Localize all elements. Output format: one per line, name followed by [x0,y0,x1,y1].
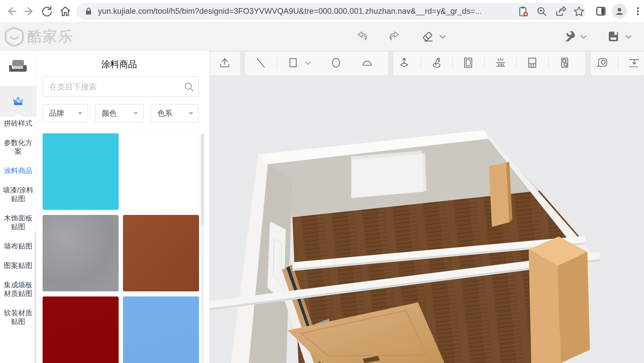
wrench-icon[interactable] [563,30,577,43]
wardrobe-side[interactable] [558,252,590,363]
back-icon[interactable] [4,4,19,19]
toolbar-divider [452,56,453,69]
url-text: yun.kujiale.com/tool/h5/bim?designid=3FO… [98,7,482,16]
share-icon[interactable] [555,6,566,17]
swatch-blue-paint[interactable] [123,296,199,363]
filter-dropdown-1[interactable]: 颜色 [95,104,144,123]
ellipse-tool-icon[interactable] [330,57,342,69]
lock-icon [84,7,93,16]
sidebar-item-6[interactable]: 图案贴图 [0,261,36,270]
save-dropdown-chevron[interactable] [625,35,632,39]
chevron-down-icon [189,112,193,115]
home-icon[interactable] [58,4,73,19]
vip-crown-icon [12,95,24,107]
rotate-tool-icon[interactable] [431,57,443,69]
sidebar-item-5[interactable]: 墙布贴图 [0,242,36,251]
line-tool-icon[interactable] [255,57,267,69]
chevron-down-icon [78,112,82,115]
toolbar-divider [516,56,517,69]
vip-section[interactable] [0,86,36,117]
rectangle-tool-chevron[interactable] [305,61,311,65]
logo-text: 酷家乐 [28,27,73,46]
room-3d-view [209,76,644,363]
search-icon[interactable] [184,82,194,92]
filter-label: 色系 [157,108,172,119]
extrude-move-tool-icon[interactable] [398,57,410,69]
panel-scrollbar[interactable] [201,134,204,363]
address-bar[interactable]: yun.kujiale.com/tool/h5/bim?designid=3FO… [77,3,586,20]
wrench-dropdown-chevron[interactable] [580,35,587,39]
upload-tool-icon[interactable] [219,57,231,69]
refresh-icon[interactable] [39,4,55,19]
app-header: 酷家乐 [0,23,644,51]
toolbar-divider [277,56,277,69]
rectangle-tool-icon[interactable] [287,57,299,69]
swatch-grid [43,133,200,363]
drop-to-floor-tool-icon[interactable] [628,57,640,69]
canvas-toolbar [209,51,644,76]
panel-title: 涂料商品 [36,58,202,70]
panel-scrollbar-thumb[interactable] [201,134,204,225]
profile-avatar[interactable] [612,4,627,19]
toolbar-divider [484,56,485,69]
toolbar-divider [548,56,549,69]
swatch-white-paint[interactable] [123,133,199,210]
sidebar-item-8[interactable]: 软装材质贴图 [0,309,36,326]
filter-dropdown-0[interactable]: 品牌 [43,104,88,123]
eraser-dropdown-chevron[interactable] [439,35,446,39]
swatch-dark-red-paint[interactable] [43,296,119,363]
ceiling-light-tool-icon[interactable] [494,57,507,69]
toolbar-divider [618,56,618,69]
marquee-select-tool-icon[interactable] [462,57,474,69]
save-icon[interactable] [607,30,620,43]
kujiale-badge-icon [5,27,24,47]
bookmark-star-icon[interactable] [573,6,585,17]
wardrobe-front[interactable] [529,249,561,363]
category-sidebar: 拼砖样式参数化方案涂料商品墙漆/涂料贴图木饰面板贴图墙布贴图图案贴图集成墙板材质… [0,51,36,363]
forward-icon[interactable] [22,4,37,19]
sidebar-item-list: 拼砖样式参数化方案涂料商品墙漆/涂料贴图木饰面板贴图墙布贴图图案贴图集成墙板材质… [0,119,36,326]
redo-icon[interactable] [388,30,402,43]
tape-measure-tool-icon[interactable] [597,57,609,69]
sidebar-item-3[interactable]: 墙漆/涂料贴图 [0,186,36,203]
filter-label: 颜色 [102,108,117,119]
swatch-rust-paint[interactable] [123,215,199,291]
sidebar-scrollbar[interactable] [34,232,36,363]
sidebar-item-2[interactable]: 涂料商品 [0,166,36,175]
undo-icon[interactable] [355,30,369,43]
window[interactable] [351,154,424,198]
wood-board[interactable] [489,163,509,227]
wall-section-tool-icon[interactable] [526,57,538,69]
material-panel-tool-icon[interactable] [559,57,571,69]
active-notch [14,113,23,117]
paint-catalog-panel: 涂料商品 品牌颜色色系 [36,51,210,363]
sidebar-item-4[interactable]: 木饰面板贴图 [0,214,36,231]
search-input[interactable] [49,77,180,97]
sidebar-item-0[interactable]: 拼砖样式 [0,119,36,128]
kebab-menu-icon[interactable] [630,4,644,19]
swatch-gray-paint[interactable] [43,215,119,291]
toolbar-divider [420,56,421,69]
sidebar-item-7[interactable]: 集成墙板材质贴图 [0,281,36,298]
filter-label: 品牌 [49,108,64,119]
search-box [43,76,199,97]
browser-toolbar: yun.kujiale.com/tool/h5/bim?designid=3FO… [0,0,644,23]
toolbar-group-edit [393,51,585,75]
filter-row: 品牌颜色色系 [43,104,199,123]
eraser-icon[interactable] [421,30,434,43]
arc-tool-icon[interactable] [361,57,373,69]
sidebar-item-1[interactable]: 参数化方案 [0,138,36,156]
side-panel-icon[interactable] [593,4,609,19]
zoom-in-icon[interactable] [536,6,548,17]
chevron-down-icon [133,112,138,115]
furniture-sofa-icon[interactable] [9,58,27,74]
design-canvas[interactable] [209,76,644,363]
filter-dropdown-2[interactable]: 色系 [151,104,199,123]
clipboard-blocked-icon[interactable] [517,6,529,17]
swatch-cyan-paint[interactable] [43,133,119,210]
kujiale-logo[interactable]: 酷家乐 [5,27,73,47]
